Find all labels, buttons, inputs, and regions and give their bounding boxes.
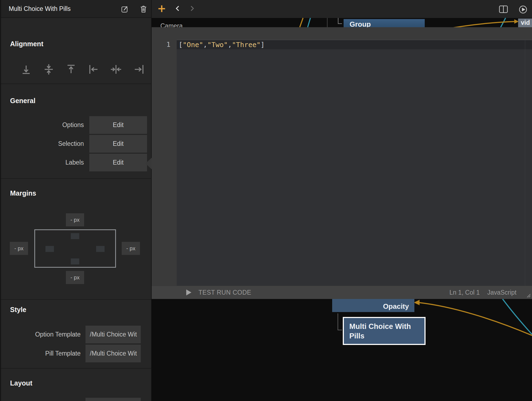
sidebar-edge: [151, 0, 152, 401]
trash-icon[interactable]: [139, 5, 148, 13]
section-divider: [1, 368, 152, 369]
inspector-sidebar: Multi Choice With Pills Alignment Genera…: [0, 0, 152, 401]
node-multi-choice-with-pills-selected[interactable]: Multi Choice With Pills: [343, 317, 426, 345]
active-line[interactable]: ["One","Two","Three"]: [177, 40, 532, 49]
selection-label: Selection: [23, 135, 84, 153]
align-right-icon[interactable]: [133, 63, 145, 75]
margin-handle-top: [71, 233, 79, 239]
section-divider: [1, 178, 152, 179]
selection-edit-button[interactable]: Edit: [89, 135, 147, 153]
section-heading-general: General: [10, 97, 35, 105]
layout-partial-field[interactable]: [85, 398, 141, 401]
align-left-icon[interactable]: [88, 63, 100, 75]
tree-guide-line: [327, 18, 328, 27]
align-bottom-icon[interactable]: [20, 63, 32, 75]
code-token: "One": [183, 41, 203, 49]
inspector-header: Multi Choice With Pills: [1, 0, 152, 18]
pill-template-label: Pill Template: [12, 345, 81, 362]
section-heading-layout: Layout: [10, 379, 32, 387]
pill-template-value[interactable]: /Multi Choice Wit: [85, 345, 141, 362]
node-video[interactable]: vid: [518, 18, 532, 27]
play-icon[interactable]: [186, 289, 191, 295]
code-token: ,: [203, 41, 207, 49]
code-token: "Two": [207, 41, 228, 49]
code-token: [: [179, 41, 183, 49]
option-template-value[interactable]: /Multi Choice Wit: [85, 326, 141, 343]
code-token: "Three": [232, 41, 261, 49]
margin-handle-left: [45, 246, 54, 252]
section-heading-alignment: Alignment: [10, 40, 43, 48]
align-vertical-center-icon[interactable]: [43, 63, 55, 75]
cursor-position: Ln 1, Col 1: [450, 289, 480, 296]
option-template-label: Option Template: [12, 326, 81, 343]
margin-right-input[interactable]: - px: [122, 242, 140, 255]
scrollbar-track[interactable]: [525, 40, 525, 286]
code-token: ]: [261, 41, 265, 49]
resize-grip[interactable]: [526, 293, 531, 298]
margin-bottom-input[interactable]: - px: [66, 271, 84, 284]
labels-label: Labels: [23, 154, 84, 171]
code-editor-viewport[interactable]: ["One","Two","Three"]: [177, 40, 532, 286]
code-line[interactable]: ["One","Two","Three"]: [177, 40, 532, 49]
margin-handle-bottom: [71, 258, 79, 264]
language-label[interactable]: JavaScript: [487, 289, 516, 296]
margin-left-input[interactable]: - px: [10, 242, 28, 255]
margin-handle-right: [96, 246, 105, 252]
edit-icon[interactable]: [121, 5, 129, 13]
editor-statusbar: TEST RUN CODE Ln 1, Col 1 JavaScript: [152, 286, 532, 299]
patch-title: Multi Choice With Pills: [9, 0, 71, 17]
code-token: ,: [228, 41, 232, 49]
margin-top-input[interactable]: - px: [66, 213, 84, 226]
options-edit-button[interactable]: Edit: [89, 116, 147, 134]
line-number: 1: [163, 41, 170, 48]
section-divider: [1, 84, 152, 84]
align-horizontal-center-icon[interactable]: [110, 63, 122, 75]
popover-arrow: [145, 158, 152, 169]
tree-elbow-bottom: [338, 313, 342, 330]
section-heading-style: Style: [10, 306, 26, 314]
margin-preview-box: [34, 229, 116, 268]
align-top-icon[interactable]: [65, 63, 77, 75]
code-editor-popover: ["One","Two","Three"] 1 TEST RUN CODE Ln…: [152, 27, 532, 299]
test-run-code-button[interactable]: TEST RUN CODE: [198, 289, 251, 296]
tree-elbow-top: [338, 18, 342, 24]
options-label: Options: [23, 116, 84, 134]
section-heading-margins: Margins: [10, 189, 36, 197]
labels-edit-button[interactable]: Edit: [89, 154, 147, 171]
section-divider: [1, 299, 152, 300]
